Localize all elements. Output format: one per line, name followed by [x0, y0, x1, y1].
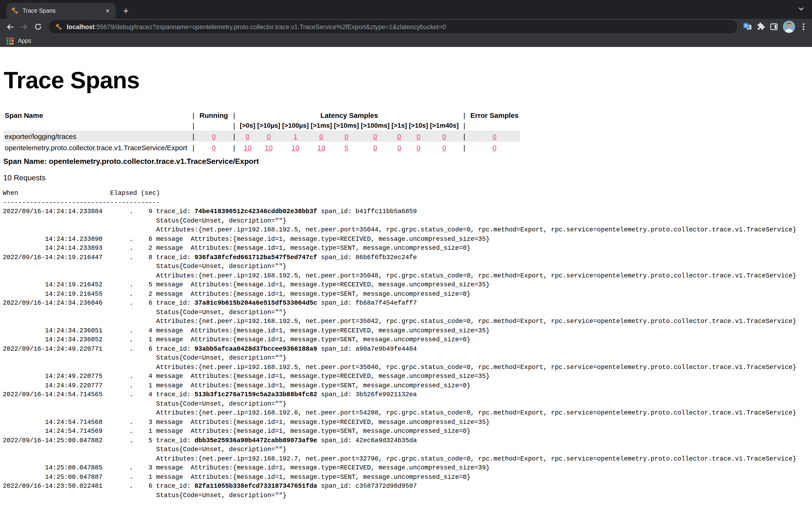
latency-sample-cell: 0 — [391, 142, 408, 153]
tab-trace-spans[interactable]: Trace Spans × — [7, 3, 116, 19]
empty-cell — [469, 120, 520, 130]
latency-sample-cell: 0 — [360, 130, 391, 142]
error-sample-cell: 0 — [469, 142, 520, 153]
svg-text:G: G — [744, 23, 747, 28]
span-row: opentelemetry.proto.collector.trace.v1.T… — [3, 142, 520, 153]
latency-sample-cell: 10 — [239, 142, 256, 153]
separator-bar: | — [189, 142, 198, 153]
latency-sample-link[interactable]: 10 — [265, 144, 272, 151]
new-tab-button[interactable]: + — [119, 4, 133, 17]
site-favicon-icon — [55, 23, 62, 30]
latency-bucket-label: [>1s] — [391, 120, 408, 130]
latency-sample-link[interactable]: 0 — [373, 132, 377, 140]
requests-log: When Elapsed (sec) ---------------------… — [3, 189, 812, 500]
latency-sample-cell: 10 — [256, 142, 281, 153]
extensions-puzzle-icon[interactable] — [757, 22, 765, 31]
side-panel-icon[interactable] — [770, 22, 778, 31]
url-bar[interactable]: localhost:55679/debug/tracez?zspanname=o… — [49, 20, 737, 33]
latency-sample-link[interactable]: 0 — [397, 144, 401, 151]
running-count-cell: 0 — [198, 130, 230, 142]
col-header-running: Running — [198, 110, 230, 120]
separator-bar: | — [460, 110, 469, 120]
latency-sample-link[interactable]: 0 — [443, 132, 446, 140]
latency-bucket-label: [>100µs] — [281, 120, 310, 130]
latency-bucket-label: [>10µs] — [256, 120, 281, 130]
running-count-link[interactable]: 0 — [212, 144, 216, 151]
latency-sample-cell: 0 — [391, 130, 408, 142]
latency-bucket-label: [>10ms] — [333, 120, 360, 130]
profile-avatar[interactable] — [783, 21, 795, 33]
trace-id: 93abb5afcaa0428d37bccee9366188a9 — [195, 345, 317, 352]
latency-sample-cell: 1 — [281, 130, 310, 142]
separator-bar: | — [460, 120, 469, 130]
trace-id: dbb35e25936a90b4472cabb89073af9e — [195, 437, 317, 444]
bookmarks-bar: Apps — [0, 35, 812, 47]
error-sample-link[interactable]: 0 — [493, 144, 497, 151]
trace-id: 82fa11055b338efcd733187347651fda — [195, 483, 317, 490]
latency-sample-link[interactable]: 0 — [267, 132, 271, 140]
bookmark-apps[interactable]: Apps — [18, 38, 31, 44]
apps-grid-icon — [7, 37, 14, 44]
translate-icon[interactable]: 文 G — [743, 22, 752, 31]
empty-cell — [3, 120, 189, 130]
latency-sample-link[interactable]: 0 — [417, 144, 420, 151]
separator-bar: | — [189, 110, 198, 120]
browser-window: Trace Spans × + — [0, 0, 812, 507]
selected-span-name: Span Name: opentelemetry.proto.collector… — [3, 157, 812, 166]
separator-bar: | — [230, 142, 239, 153]
latency-sample-cell: 0 — [310, 130, 333, 142]
separator-bar: | — [230, 110, 239, 120]
latency-sample-link[interactable]: 0 — [345, 132, 348, 140]
tab-search-chevron-icon[interactable] — [798, 6, 805, 14]
summary-table: Span Name|Running|Latency Samples|Error … — [3, 110, 520, 153]
separator-bar: | — [230, 130, 239, 142]
latency-bucket-label: [>1m40s] — [429, 120, 460, 130]
latency-sample-link[interactable]: 0 — [417, 132, 420, 140]
separator-bar: | — [189, 120, 198, 130]
latency-sample-link[interactable]: 10 — [292, 144, 299, 151]
latency-sample-link[interactable]: 0 — [443, 144, 446, 151]
latency-sample-cell: 5 — [333, 142, 360, 153]
reload-button[interactable] — [31, 20, 45, 34]
latency-sample-cell: 0 — [256, 130, 281, 142]
opentelemetry-favicon-icon — [11, 7, 19, 14]
browser-toolbar: localhost:55679/debug/tracez?zspanname=o… — [0, 19, 812, 35]
url-path: :55679/debug/tracez?zspanname=openteleme… — [95, 23, 446, 30]
latency-sample-cell: 0 — [239, 130, 256, 142]
latency-sample-link[interactable]: 10 — [244, 144, 251, 151]
error-sample-link[interactable]: 0 — [493, 132, 497, 140]
running-count-link[interactable]: 0 — [212, 132, 216, 140]
latency-sample-cell: 10 — [281, 142, 310, 153]
span-row: exporter/logging/traces|0|001000000|0 — [3, 130, 520, 142]
col-header-span-name: Span Name — [3, 110, 189, 120]
running-count-cell: 0 — [198, 142, 230, 153]
tab-close-icon[interactable]: × — [103, 7, 112, 15]
latency-sample-link[interactable]: 0 — [319, 132, 323, 140]
latency-sample-cell: 0 — [360, 142, 391, 153]
latency-sample-link[interactable]: 5 — [345, 144, 348, 151]
latency-sample-cell: 0 — [429, 142, 460, 153]
kebab-menu-icon[interactable] — [800, 22, 807, 31]
latency-sample-link[interactable]: 0 — [373, 144, 377, 151]
latency-bucket-label: [>100ms] — [360, 120, 391, 130]
col-header-error-samples: Error Samples — [469, 110, 520, 120]
latency-bucket-label: [>0s] — [239, 120, 256, 130]
latency-sample-cell: 0 — [408, 130, 429, 142]
latency-sample-link[interactable]: 10 — [317, 144, 325, 151]
separator-bar: | — [460, 130, 469, 142]
latency-sample-link[interactable]: 0 — [397, 132, 401, 140]
latency-sample-cell: 0 — [429, 130, 460, 142]
back-button[interactable] — [3, 20, 17, 34]
span-name-cell: exporter/logging/traces — [3, 130, 189, 142]
separator-bar: | — [230, 120, 239, 130]
forward-button[interactable] — [17, 20, 31, 34]
request-count: 10 Requests — [3, 174, 812, 182]
tab-strip: Trace Spans × + — [0, 0, 812, 19]
page-title: Trace Spans — [4, 67, 812, 94]
latency-sample-link[interactable]: 1 — [294, 132, 297, 140]
separator-bar: | — [460, 142, 469, 153]
tab-title: Trace Spans — [22, 7, 100, 14]
latency-sample-link[interactable]: 0 — [246, 132, 250, 140]
separator-bar: | — [189, 130, 198, 142]
trace-id: 513b3f1c276a7159c5a2a33b88b4fc82 — [195, 391, 317, 398]
